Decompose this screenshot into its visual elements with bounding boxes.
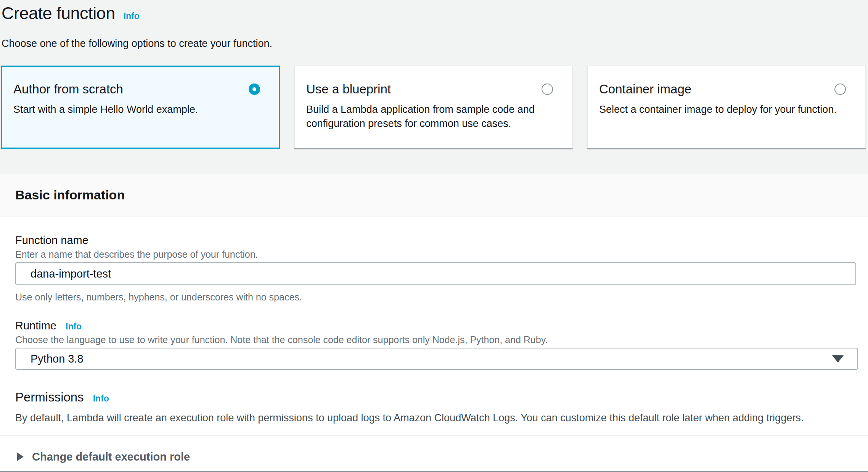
card-description: Start with a simple Hello World example. xyxy=(13,103,252,117)
option-card-container-image[interactable]: Container image Select a container image… xyxy=(587,66,866,149)
author-from-scratch-radio[interactable] xyxy=(249,83,260,95)
caret-right-icon xyxy=(17,453,24,461)
card-description: Select a container image to deploy for y… xyxy=(599,103,837,117)
card-title: Use a blueprint xyxy=(306,81,391,98)
use-a-blueprint-radio[interactable] xyxy=(542,83,553,95)
function-name-description: Enter a name that describes the purpose … xyxy=(15,249,868,260)
basic-information-panel: Basic information Function name Enter a … xyxy=(0,173,868,472)
option-card-author-from-scratch[interactable]: Author from scratch Start with a simple … xyxy=(1,66,280,149)
change-default-execution-role-expander[interactable]: Change default execution role xyxy=(0,436,868,471)
runtime-selected-value: Python 3.8 xyxy=(31,353,84,365)
expander-label: Change default execution role xyxy=(32,450,190,464)
card-head: Container image xyxy=(599,81,849,98)
permissions-heading-row: Permissions Info xyxy=(15,370,868,406)
create-function-info-link[interactable]: Info xyxy=(124,11,140,21)
chevron-down-icon xyxy=(832,355,844,363)
card-title: Container image xyxy=(599,81,691,98)
option-card-use-a-blueprint[interactable]: Use a blueprint Build a Lambda applicati… xyxy=(294,66,573,149)
page-subtitle: Choose one of the following options to c… xyxy=(2,37,868,50)
basic-information-panel-header: Basic information xyxy=(0,173,868,217)
runtime-select[interactable]: Python 3.8 xyxy=(15,348,858,370)
form-fields: Function name Enter a name that describe… xyxy=(0,217,868,424)
card-head: Author from scratch xyxy=(13,81,263,98)
function-name-label: Function name xyxy=(15,217,88,247)
permissions-description: By default, Lambda will create an execut… xyxy=(15,412,868,424)
page-title: Create function xyxy=(2,2,115,24)
page-header: Create function Info Choose one of the f… xyxy=(0,0,868,50)
runtime-description: Choose the language to use to write your… xyxy=(15,334,868,345)
page-title-row: Create function Info xyxy=(2,2,868,24)
card-description: Build a Lambda application from sample c… xyxy=(306,103,545,131)
container-image-radio[interactable] xyxy=(834,83,846,95)
function-name-input[interactable] xyxy=(15,262,856,285)
permissions-info-link[interactable]: Info xyxy=(93,393,109,404)
card-title: Author from scratch xyxy=(13,81,123,98)
runtime-info-link[interactable]: Info xyxy=(66,321,82,332)
runtime-label: Runtime xyxy=(15,303,56,332)
runtime-label-row: Runtime Info xyxy=(15,303,868,332)
basic-information-panel-body: Function name Enter a name that describe… xyxy=(0,217,868,472)
card-head: Use a blueprint xyxy=(306,81,556,98)
creation-option-cards: Author from scratch Start with a simple … xyxy=(1,66,866,149)
basic-information-heading: Basic information xyxy=(15,188,125,202)
permissions-heading: Permissions xyxy=(15,389,84,406)
function-name-constraint: Use only letters, numbers, hyphens, or u… xyxy=(15,291,868,303)
